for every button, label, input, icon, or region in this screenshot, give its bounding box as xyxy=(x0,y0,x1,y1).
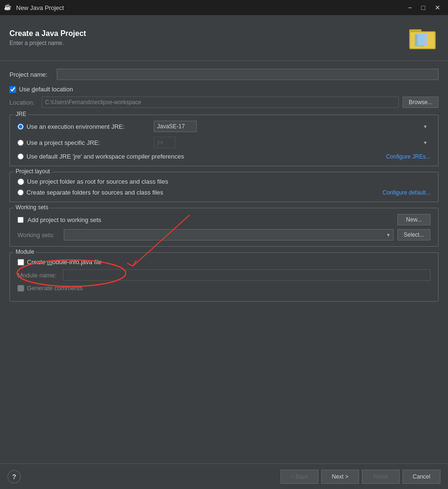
header-text: Create a Java Project Enter a project na… xyxy=(9,29,86,46)
jre-project-select[interactable]: jre xyxy=(154,137,176,148)
maximize-button[interactable]: □ xyxy=(418,3,429,12)
main-content: Project name: Use default location Locat… xyxy=(0,61,448,463)
working-sets-section: Working sets Add project to working sets… xyxy=(9,208,439,247)
create-module-info-checkbox[interactable] xyxy=(18,259,24,266)
dialog-title: Create a Java Project xyxy=(9,29,86,38)
window-title: New Java Project xyxy=(16,4,64,11)
title-bar-left: ☕ New Java Project xyxy=(4,3,64,12)
working-sets-add-row: Add project to working sets New... xyxy=(18,214,430,225)
jre-option3-left: Use default JRE 'jre' and workspace comp… xyxy=(18,153,184,160)
layout-root-label: Use project folder as root for sources a… xyxy=(27,178,168,185)
location-label: Location: xyxy=(9,99,38,106)
browse-button[interactable]: Browse... xyxy=(403,97,439,108)
working-sets-label: Working sets: xyxy=(18,231,60,239)
use-default-location-checkbox[interactable] xyxy=(9,86,16,93)
location-row: Location: Browse... xyxy=(9,97,439,108)
cancel-button[interactable]: Cancel xyxy=(403,470,440,484)
configure-default-link[interactable]: Configure default... xyxy=(383,189,430,196)
module-name-label: Module name: xyxy=(18,272,60,279)
next-button[interactable]: Next > xyxy=(321,470,359,484)
jre-section-legend: JRE xyxy=(14,111,28,117)
jre-env-radio[interactable] xyxy=(18,124,24,130)
working-sets-input-row: Working sets: Select... xyxy=(18,229,430,240)
layout-option2-row: Create separate folders for sources and … xyxy=(18,189,430,196)
create-module-info-row: Create module-info.java file xyxy=(18,258,430,266)
select-working-set-button[interactable]: Select... xyxy=(397,229,430,240)
project-layout-legend: Project layout xyxy=(14,168,52,175)
bottom-right: < Back Next > Finish Cancel xyxy=(281,470,440,484)
use-default-location-row: Use default location xyxy=(9,86,439,93)
layout-root-radio[interactable] xyxy=(18,178,24,185)
jre-option1-row: Use an execution environment JRE: JavaSE… xyxy=(18,121,430,132)
jre-section: JRE Use an execution environment JRE: Ja… xyxy=(9,115,439,166)
project-name-row: Project name: xyxy=(9,69,439,80)
dialog-subtitle: Enter a project name. xyxy=(9,40,86,46)
layout-option1-row: Use project folder as root for sources a… xyxy=(18,178,430,185)
dialog-header: Create a Java Project Enter a project na… xyxy=(0,15,448,61)
module-name-input xyxy=(63,269,430,281)
back-button[interactable]: < Back xyxy=(281,470,318,484)
title-bar: ☕ New Java Project − □ ✕ xyxy=(0,0,448,15)
jre-option3-row: Use default JRE 'jre' and workspace comp… xyxy=(18,153,430,160)
generate-comments-label: Generate comments xyxy=(27,285,83,292)
new-working-set-button[interactable]: New... xyxy=(397,214,430,225)
use-default-location-text: Use default location xyxy=(19,86,73,93)
close-button[interactable]: ✕ xyxy=(431,3,444,12)
jre-env-label: Use an execution environment JRE: xyxy=(26,123,124,130)
jre-default-radio[interactable] xyxy=(18,153,24,160)
project-name-label: Project name: xyxy=(9,71,57,78)
generate-comments-checkbox[interactable] xyxy=(18,285,24,292)
jre-project-radio[interactable] xyxy=(18,140,24,146)
java-project-icon: ☕ xyxy=(4,3,12,12)
configure-jres-link[interactable]: Configure JREs... xyxy=(386,153,430,160)
bottom-left: ? xyxy=(8,470,21,483)
module-section-legend: Module xyxy=(14,249,36,255)
module-section: Module Create module-info.java file Modu… xyxy=(9,252,439,302)
layout-folders-label: Create separate folders for sources and … xyxy=(26,189,163,196)
working-sets-select-wrapper xyxy=(64,229,394,240)
jre-project-label: Use a project specific JRE: xyxy=(26,139,100,146)
layout-option2-left: Create separate folders for sources and … xyxy=(18,189,163,196)
location-input[interactable] xyxy=(42,97,399,108)
add-working-sets-checkbox[interactable] xyxy=(18,217,24,223)
working-sets-select[interactable] xyxy=(64,229,394,240)
jre-env-select-wrapper: JavaSE-17 JavaSE-11 JavaSE-8 xyxy=(154,121,430,132)
project-name-input[interactable] xyxy=(57,69,439,80)
jre-project-select-wrapper: jre xyxy=(154,137,430,148)
jre-option2-row: Use a project specific JRE: jre xyxy=(18,137,430,148)
layout-folders-radio[interactable] xyxy=(18,189,24,196)
help-button[interactable]: ? xyxy=(8,470,21,483)
jre-env-select[interactable]: JavaSE-17 JavaSE-11 JavaSE-8 xyxy=(154,121,197,132)
use-default-location-label: Use default location xyxy=(19,86,73,93)
folder-icon xyxy=(408,23,439,53)
generate-comments-row: Generate comments xyxy=(18,285,430,292)
module-name-row: Module name: xyxy=(18,269,430,281)
create-module-info-label: Create module-info.java file xyxy=(27,258,102,266)
add-working-sets-label: Add project to working sets xyxy=(27,216,101,223)
bottom-bar: ? < Back Next > Finish Cancel xyxy=(0,463,448,489)
working-sets-legend: Working sets xyxy=(14,204,50,211)
svg-rect-4 xyxy=(418,33,427,45)
project-layout-section: Project layout Use project folder as roo… xyxy=(9,172,439,202)
title-bar-controls: − □ ✕ xyxy=(404,3,444,12)
minimize-button[interactable]: − xyxy=(404,3,415,12)
finish-button[interactable]: Finish xyxy=(362,470,400,484)
jre-default-label: Use default JRE 'jre' and workspace comp… xyxy=(26,153,184,160)
